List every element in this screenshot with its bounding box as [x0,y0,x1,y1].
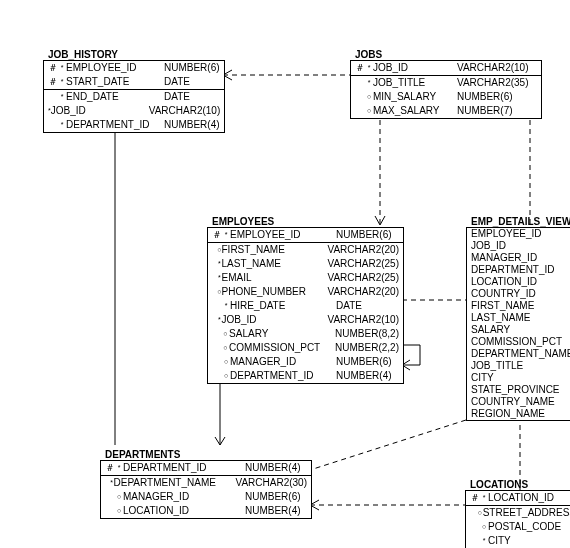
svg-line-5 [375,216,380,225]
column-row: *JOB_IDVARCHAR2(10) [208,313,403,327]
column-row: #*EMPLOYEE_IDNUMBER(6) [44,61,224,75]
column-row: ○POSTAL_CODE [466,520,570,534]
entity-body: *DEPARTMENT_NAMEVARCHAR2(30) ○MANAGER_ID… [101,476,311,518]
column-row: JOB_ID [467,240,570,252]
column-row: ○MIN_SALARYNUMBER(6) [351,90,541,104]
column-row: #*JOB_IDVARCHAR2(10) [351,61,541,75]
column-row: ○COMMISSION_PCTNUMBER(2,2) [208,341,403,355]
column-row: *CITY [466,534,570,548]
column-row: ○MAX_SALARYNUMBER(7) [351,104,541,118]
column-row: REGION_NAME [467,408,570,420]
column-row: #*EMPLOYEE_IDNUMBER(6) [208,228,403,242]
entity-employees: EMPLOYEES #*EMPLOYEE_IDNUMBER(6) ○FIRST_… [207,227,404,384]
svg-line-16 [220,437,225,445]
column-row: *JOB_IDVARCHAR2(10) [44,104,224,118]
entity-job-history: JOB_HISTORY #*EMPLOYEE_IDNUMBER(6) #*STA… [43,60,225,133]
column-row: ○PHONE_NUMBERVARCHAR2(20) [208,285,403,299]
entity-header: #*EMPLOYEE_IDNUMBER(6) #*START_DATEDATE [44,61,224,90]
column-row: ○DEPARTMENT_IDNUMBER(4) [208,369,403,383]
column-row: SALARY [467,324,570,336]
entity-header: #*JOB_IDVARCHAR2(10) [351,61,541,76]
column-row: EMPLOYEE_ID [467,228,570,240]
entity-body: ○FIRST_NAMEVARCHAR2(20) *LAST_NAMEVARCHA… [208,243,403,383]
column-row: COUNTRY_ID [467,288,570,300]
column-row: *DEPARTMENT_IDNUMBER(4) [44,118,224,132]
entity-jobs: JOBS #*JOB_IDVARCHAR2(10) *JOB_TITLEVARC… [350,60,542,119]
column-row: *LAST_NAMEVARCHAR2(25) [208,257,403,271]
column-row: STATE_PROVINCE [467,384,570,396]
column-row: ○FIRST_NAMEVARCHAR2(20) [208,243,403,257]
svg-line-17 [310,420,466,470]
column-row: ○LOCATION_IDNUMBER(4) [101,504,311,518]
column-row: *DEPARTMENT_NAMEVARCHAR2(30) [101,476,311,490]
column-row: #*DEPARTMENT_IDNUMBER(4) [101,461,311,475]
entity-header: #*DEPARTMENT_IDNUMBER(4) [101,461,311,476]
entity-title: EMPLOYEES [208,214,278,228]
entity-locations: LOCATIONS #*LOCATION_ID ○STREET_ADDRESS … [465,490,570,548]
entity-title: JOB_HISTORY [44,47,122,61]
column-row: *JOB_TITLEVARCHAR2(35) [351,76,541,90]
entity-body: *JOB_TITLEVARCHAR2(35) ○MIN_SALARYNUMBER… [351,76,541,118]
entity-title: JOBS [351,47,386,61]
column-row: DEPARTMENT_NAME [467,348,570,360]
column-row: LAST_NAME [467,312,570,324]
column-row: CITY [467,372,570,384]
column-row: *END_DATEDATE [44,90,224,104]
column-row: *HIRE_DATEDATE [208,299,403,313]
column-row: COUNTRY_NAME [467,396,570,408]
entity-header: #*LOCATION_ID [466,491,570,506]
column-row: *EMAILVARCHAR2(25) [208,271,403,285]
entity-departments: DEPARTMENTS #*DEPARTMENT_IDNUMBER(4) *DE… [100,460,312,519]
entity-title: LOCATIONS [466,477,532,491]
column-row: MANAGER_ID [467,252,570,264]
entity-header: #*EMPLOYEE_IDNUMBER(6) [208,228,403,243]
column-row: ○STREET_ADDRESS [466,506,570,520]
column-row: LOCATION_ID [467,276,570,288]
entity-body: EMPLOYEE_ID JOB_ID MANAGER_ID DEPARTMENT… [467,228,570,420]
column-row: #*START_DATEDATE [44,75,224,89]
svg-line-15 [215,437,220,445]
column-row: JOB_TITLE [467,360,570,372]
column-row: ○MANAGER_IDNUMBER(6) [101,490,311,504]
entity-title: DEPARTMENTS [101,447,184,461]
column-row: COMMISSION_PCT [467,336,570,348]
entity-emp-details-view: EMP_DETAILS_VIEW EMPLOYEE_ID JOB_ID MANA… [466,227,570,421]
column-row: #*LOCATION_ID [466,491,570,505]
column-row: ○MANAGER_IDNUMBER(6) [208,355,403,369]
svg-line-6 [380,216,385,225]
entity-body: *END_DATEDATE *JOB_IDVARCHAR2(10) *DEPAR… [44,90,224,132]
column-row: FIRST_NAME [467,300,570,312]
entity-body: ○STREET_ADDRESS ○POSTAL_CODE *CITY [466,506,570,548]
column-row: DEPARTMENT_ID [467,264,570,276]
entity-title: EMP_DETAILS_VIEW [467,214,570,228]
column-row: ○SALARYNUMBER(8,2) [208,327,403,341]
